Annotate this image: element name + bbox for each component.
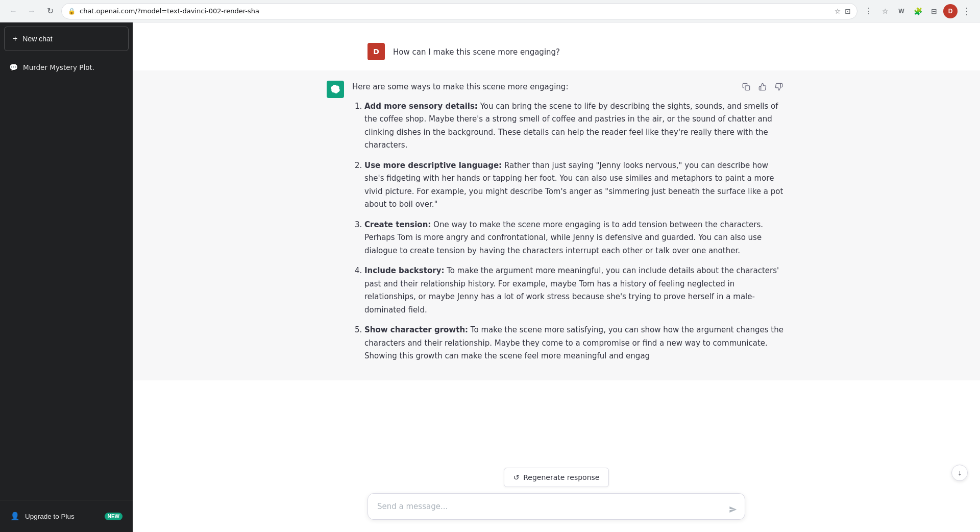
svg-rect-0 (745, 86, 750, 90)
list-item: Create tension: One way to make the scen… (364, 219, 786, 258)
more-options-button[interactable]: ⋮ (960, 4, 974, 18)
ai-message: Here are some ways to make this scene mo… (133, 70, 980, 380)
regenerate-button[interactable]: ↺ Regenerate response (504, 468, 609, 487)
input-container (368, 493, 745, 522)
regenerate-area: ↺ Regenerate response (174, 468, 939, 487)
point-title-2: Use more descriptive language: (364, 161, 502, 170)
ai-intro-text: Here are some ways to make this scene mo… (352, 81, 786, 94)
main-content: D How can I make this scene more engagin… (133, 22, 980, 532)
user-message: D How can I make this scene more engagin… (327, 33, 786, 70)
copy-button[interactable] (739, 81, 753, 95)
point-title-3: Create tension: (364, 220, 431, 229)
new-chat-button[interactable]: + New chat (4, 27, 129, 51)
chevron-down-icon: ↓ (958, 468, 962, 477)
regenerate-icon: ↺ (513, 473, 520, 481)
extensions-button[interactable]: ⋮ (862, 4, 876, 18)
chat-list: 💬 Murder Mystery Plot. ✎ 🗑 (0, 55, 133, 500)
upgrade-label: Upgrade to Plus (25, 513, 75, 520)
split-view-button[interactable]: ⊟ (927, 4, 941, 18)
chat-messages: D How can I make this scene more engagin… (133, 22, 980, 532)
user-icon: 👤 (10, 512, 20, 521)
sidebar: + New chat 💬 Murder Mystery Plot. ✎ 🗑 👤 … (0, 22, 133, 532)
ai-avatar (327, 81, 344, 98)
star-icon[interactable]: ☆ (835, 7, 841, 15)
delete-chat-button[interactable]: 🗑 (113, 62, 124, 72)
ai-actions (739, 81, 786, 95)
new-chat-label: New chat (22, 35, 52, 43)
browser-chrome: ← → ↻ 🔒 chat.openai.com/?model=text-davi… (0, 0, 980, 22)
new-badge: NEW (105, 513, 122, 520)
cast-icon[interactable]: ⊡ (845, 7, 851, 15)
address-url: chat.openai.com/?model=text-davinci-002-… (80, 7, 830, 15)
thumbs-up-button[interactable] (755, 81, 770, 95)
ai-message-content: Here are some ways to make this scene mo… (352, 81, 786, 370)
chat-item[interactable]: 💬 Murder Mystery Plot. ✎ 🗑 (4, 57, 129, 77)
profile-button[interactable]: D (943, 4, 958, 18)
sidebar-bottom: 👤 Upgrade to Plus NEW (0, 500, 133, 532)
user-message-text: How can I make this scene more engaging? (393, 43, 560, 58)
list-item: Include backstory: To make the argument … (364, 264, 786, 317)
back-button[interactable]: ← (6, 4, 20, 18)
thumbs-down-button[interactable] (772, 81, 786, 95)
worldcoin-button[interactable]: W (894, 4, 909, 18)
point-title-1: Add more sensory details: (364, 102, 478, 111)
edit-chat-button[interactable]: ✎ (101, 62, 111, 72)
list-item: Use more descriptive language: Rather th… (364, 159, 786, 211)
forward-button[interactable]: → (24, 4, 39, 18)
message-input[interactable] (368, 493, 745, 520)
upgrade-button[interactable]: 👤 Upgrade to Plus NEW (4, 506, 129, 526)
regenerate-label: Regenerate response (523, 473, 599, 481)
puzzle-icon[interactable]: 🧩 (911, 4, 925, 18)
list-item: Show character growth: To make the scene… (364, 324, 786, 363)
point-title-4: Include backstory: (364, 266, 444, 275)
point-title-5: Show character growth: (364, 325, 468, 334)
address-bar: 🔒 chat.openai.com/?model=text-davinci-00… (61, 3, 857, 19)
lock-icon: 🔒 (68, 8, 76, 15)
browser-actions: ⋮ ☆ W 🧩 ⊟ D ⋮ (862, 4, 974, 18)
app-container: + New chat 💬 Murder Mystery Plot. ✎ 🗑 👤 … (0, 22, 980, 532)
input-area: ↺ Regenerate response (133, 460, 980, 533)
chat-item-label: Murder Mystery Plot. (23, 63, 96, 71)
reload-button[interactable]: ↻ (43, 4, 57, 18)
ai-message-inner: Here are some ways to make this scene mo… (327, 81, 786, 370)
chat-icon: 💬 (9, 63, 18, 71)
user-avatar: D (368, 43, 385, 60)
send-button[interactable] (727, 503, 739, 516)
scroll-down-button[interactable]: ↓ (951, 465, 968, 481)
plus-icon: + (13, 34, 17, 43)
list-item: Add more sensory details: You can bring … (364, 100, 786, 152)
bookmark-button[interactable]: ☆ (878, 4, 892, 18)
ai-points-list: Add more sensory details: You can bring … (352, 100, 786, 363)
